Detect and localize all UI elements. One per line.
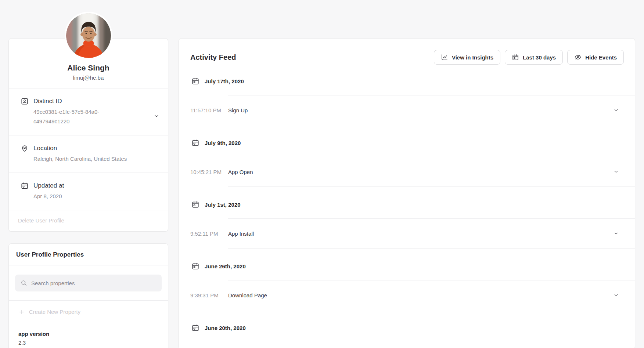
calendar-icon — [21, 182, 29, 190]
date-range-button[interactable]: Last 30 days — [505, 50, 563, 65]
field-distinct-id: Distinct ID 49cc0381-e1fc-57c5-84a0- c49… — [9, 88, 168, 135]
property-item: app version 2.3 — [9, 324, 168, 348]
date-label: July 17th, 2020 — [205, 78, 244, 84]
field-updated-at-body: Updated at Apr 8, 2020 — [33, 181, 64, 201]
field-label: Location — [33, 144, 127, 153]
field-location: Location Raleigh, North Carolina, United… — [9, 135, 168, 173]
event-name: App Open — [228, 169, 253, 175]
date-header: July 9th, 2020 — [191, 135, 624, 151]
date-header: June 26th, 2020 — [191, 258, 624, 274]
date-label: June 26th, 2020 — [205, 263, 246, 269]
hide-events-button[interactable]: Hide Events — [567, 50, 624, 65]
left-column: Alice Singh limuj@he.ba Distinct ID 49cc… — [8, 38, 168, 348]
create-new-property-button[interactable]: Create New Property — [9, 301, 168, 324]
event-name: Download Page — [228, 292, 267, 298]
activity-feed-header: Activity Feed View in Insights Last 30 d… — [179, 39, 635, 66]
calendar-icon — [512, 54, 519, 61]
user-profile-properties-card: User Profile Properties Create New Prope… — [8, 243, 168, 348]
event-time: 9:39:31 PM — [190, 292, 219, 298]
activity-feed-card: Activity Feed View in Insights Last 30 d… — [179, 38, 635, 348]
event-name: Sign Up — [228, 107, 248, 113]
date-label: July 1st, 2020 — [205, 202, 241, 208]
view-in-insights-button[interactable]: View in Insights — [434, 50, 500, 65]
delete-user-profile-button[interactable]: Delete User Profile — [9, 210, 168, 231]
chevron-down-icon[interactable] — [613, 292, 619, 298]
button-label: Hide Events — [585, 54, 617, 61]
event-row-divider — [228, 342, 635, 348]
field-updated-at: Updated at Apr 8, 2020 — [9, 173, 168, 210]
field-value: 49cc0381-e1fc-57c5-84a0- c497949c1220 — [33, 107, 99, 126]
chevron-down-icon[interactable] — [613, 107, 619, 113]
user-profile-card: Alice Singh limuj@he.ba Distinct ID 49cc… — [8, 38, 168, 232]
date-label: July 9th, 2020 — [205, 140, 241, 146]
button-label: Last 30 days — [523, 54, 556, 61]
properties-search-area — [9, 265, 168, 301]
calendar-icon — [191, 262, 199, 270]
button-label: View in Insights — [452, 54, 493, 61]
chevron-down-icon[interactable] — [613, 231, 619, 236]
event-time: 10:45:21 PM — [190, 169, 222, 175]
field-distinct-id-body: Distinct ID 49cc0381-e1fc-57c5-84a0- c49… — [33, 97, 99, 126]
event-time: 9:52:11 PM — [190, 231, 218, 237]
property-value: 2.3 — [18, 339, 161, 347]
calendar-icon — [191, 324, 199, 332]
chevron-down-icon[interactable] — [153, 113, 160, 119]
location-pin-icon — [21, 144, 29, 152]
chevron-down-icon[interactable] — [613, 169, 619, 175]
properties-title: User Profile Properties — [9, 244, 168, 265]
calendar-icon — [191, 200, 199, 209]
field-value: Apr 8, 2020 — [33, 192, 64, 201]
date-header: July 17th, 2020 — [191, 73, 624, 89]
event-row[interactable]: 9:39:31 PM Download Page — [228, 280, 635, 310]
event-time: 11:57:10 PM — [190, 107, 221, 113]
search-box — [15, 275, 162, 291]
field-label: Distinct ID — [33, 97, 99, 106]
search-properties-input[interactable] — [15, 275, 162, 291]
eye-off-icon — [574, 54, 582, 61]
field-label: Updated at — [33, 181, 64, 190]
insights-chart-icon — [441, 54, 448, 61]
distinct-id-line-1: 49cc0381-e1fc-57c5-84a0- — [33, 107, 99, 117]
distinct-id-line-2: c497949c1220 — [33, 117, 99, 126]
create-new-property-label: Create New Property — [29, 309, 80, 315]
event-row[interactable]: 10:45:21 PM App Open — [228, 157, 635, 187]
date-label: June 20th, 2020 — [205, 325, 246, 331]
event-row[interactable]: 11:57:10 PM Sign Up — [228, 95, 635, 125]
page-layout: Alice Singh limuj@he.ba Distinct ID 49cc… — [0, 0, 644, 348]
property-name: app version — [18, 330, 161, 338]
profile-email: limuj@he.ba — [16, 75, 161, 81]
activity-feed-actions: View in Insights Last 30 days Hide Event… — [434, 50, 624, 65]
profile-name: Alice Singh — [16, 64, 161, 72]
field-value: Raleigh, North Carolina, United States — [33, 154, 127, 164]
date-header: June 20th, 2020 — [191, 320, 624, 336]
calendar-icon — [191, 77, 199, 85]
search-icon — [20, 279, 28, 287]
field-location-body: Location Raleigh, North Carolina, United… — [33, 144, 127, 164]
date-header: July 1st, 2020 — [191, 196, 624, 213]
calendar-icon — [191, 139, 199, 147]
contact-card-icon — [21, 97, 29, 105]
activity-feed-title: Activity Feed — [190, 53, 434, 62]
avatar-photo-illustration — [66, 13, 111, 58]
event-row[interactable]: 9:52:11 PM App Install — [228, 218, 635, 249]
plus-icon — [19, 309, 25, 315]
event-name: App Install — [228, 231, 254, 237]
avatar — [65, 12, 112, 59]
